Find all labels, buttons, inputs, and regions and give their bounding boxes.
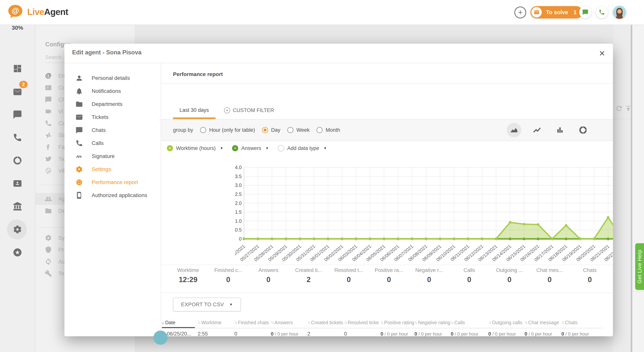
brand-live: Live: [27, 7, 44, 17]
sort-icon: [344, 320, 346, 325]
bar-icon: [556, 126, 564, 134]
column-header-answers[interactable]: Answers: [271, 320, 308, 325]
performance-chart-container: 0.51.01.52.02.53.03.54.0005/26/202105/27…: [235, 163, 613, 266]
column-header-chat-message[interactable]: Chat message: [524, 320, 561, 325]
chart-type-bar-button[interactable]: [553, 123, 567, 137]
column-header-outgoing-calls[interactable]: Outgoing calls: [488, 320, 524, 325]
column-header-chats[interactable]: Chats: [561, 320, 602, 325]
svg-text:3.0: 3.0: [235, 182, 242, 188]
liveagent-logo[interactable]: LiveAgent: [7, 3, 68, 20]
group-by-option-month[interactable]: Month: [316, 127, 340, 133]
close-icon[interactable]: ✕: [598, 48, 606, 59]
chart-type-area-button[interactable]: [507, 123, 521, 137]
svg-text:0.5: 0.5: [235, 227, 242, 232]
modal-nav-signature[interactable]: Signature: [64, 150, 161, 163]
column-header-worktime[interactable]: Worktime: [198, 320, 234, 325]
stat-created-ti-: Created ti...2: [288, 267, 328, 284]
sort-icon: [451, 320, 453, 325]
divider: [161, 83, 613, 84]
rail-item-chat[interactable]: [0, 110, 35, 119]
remove-chip-icon[interactable]: [232, 145, 238, 151]
data-chip-worktime-hours-[interactable]: Worktime (hours): [167, 145, 223, 151]
modal-nav-departments[interactable]: Departments: [64, 98, 161, 111]
rail-item-bank[interactable]: [0, 202, 35, 211]
page-scrollbar[interactable]: [631, 24, 632, 352]
sort-icon: [162, 320, 164, 325]
svg-text:1.5: 1.5: [235, 209, 242, 215]
modal-nav-authorized-applications[interactable]: Authorized applications: [64, 189, 161, 202]
divider: [613, 119, 631, 119]
remove-chip-icon[interactable]: [167, 145, 173, 151]
modal-nav-notifications[interactable]: Notifications: [64, 85, 161, 98]
sort-icon: [198, 320, 200, 325]
add-data-type-chip[interactable]: Add data type: [278, 145, 327, 152]
user-avatar[interactable]: [613, 6, 626, 19]
table-row[interactable]: 06/25/20...2:5500 / 0 per hour200 / 0 pe…: [162, 328, 602, 336]
rail-item-star[interactable]: [0, 248, 35, 257]
sort-icon: [524, 320, 527, 325]
rail-item-phone[interactable]: [0, 133, 35, 142]
viber-icon: [45, 167, 52, 174]
modal-nav-performance-report[interactable]: Performance report: [64, 176, 161, 189]
column-header-finished-chats[interactable]: Finished chats: [234, 320, 271, 325]
svg-text:1.0: 1.0: [235, 218, 242, 224]
to-solve-count: 1: [574, 9, 577, 15]
chevron-down-icon: [323, 146, 327, 150]
chevron-down-icon: [220, 146, 224, 150]
column-header-positive-rating[interactable]: Positive rating: [380, 320, 414, 325]
column-header-negative-rating[interactable]: Negative rating: [414, 320, 451, 325]
background-far-right: [632, 24, 644, 352]
gear-icon: [45, 234, 52, 241]
add-button[interactable]: +: [514, 6, 526, 18]
group-by-option-day[interactable]: Day: [262, 127, 280, 133]
column-header-resolved-ticke[interactable]: Resolved ticke: [344, 320, 380, 325]
slack-icon: [45, 132, 52, 139]
rail-item-mail[interactable]: [0, 87, 35, 97]
tab-custom-filter[interactable]: + CUSTOM FILTER: [224, 107, 274, 113]
column-header-created-tickets[interactable]: Created tickets: [308, 320, 344, 325]
rail-item-contact-card[interactable]: [0, 179, 35, 188]
chart-type-donut-button[interactable]: [576, 123, 590, 137]
to-solve-button[interactable]: To solve 1: [530, 6, 582, 18]
column-header-date[interactable]: Date: [162, 320, 198, 325]
rail-item-dashboard[interactable]: [0, 64, 35, 73]
tab-last-30-days[interactable]: Last 30 days: [180, 107, 209, 113]
left-rail: 30% 2: [0, 24, 35, 352]
modal-nav-settings[interactable]: Settings: [64, 163, 161, 176]
mail-icon: [534, 9, 540, 15]
report-table: DateWorktimeFinished chatsAnswersCreated…: [162, 317, 602, 336]
chats-button[interactable]: [579, 6, 592, 18]
custom-filter-label: CUSTOM FILTER: [233, 107, 274, 113]
sorted-column-underline: [162, 327, 195, 328]
rail-item-donut[interactable]: [0, 156, 35, 165]
chevron-down-icon: [229, 303, 233, 307]
sort-icon: [271, 320, 273, 325]
chart-type-line-button[interactable]: [530, 123, 544, 137]
export-to-csv-button[interactable]: EXPORT TO CSV: [173, 298, 241, 311]
empty-circle-icon: [278, 145, 284, 152]
radio-icon: [287, 127, 294, 133]
pie-icon: [579, 126, 587, 134]
chat-widget-avatar[interactable]: [154, 331, 168, 345]
chip-icon: [76, 179, 83, 186]
group-by-option-week[interactable]: Week: [287, 127, 310, 133]
search-input[interactable]: Search ...: [45, 54, 68, 60]
divider: [161, 293, 613, 293]
card-icon: [45, 84, 52, 91]
modal-nav-chats[interactable]: Chats: [64, 124, 161, 137]
stat-negative-r-: Negative r...0: [409, 267, 449, 284]
group-by-option-hour[interactable]: Hour (only for table): [200, 127, 255, 133]
modal-nav-personal-details[interactable]: Personal details: [64, 72, 161, 85]
sort-icon: [414, 320, 417, 325]
data-chip-answers[interactable]: Answers: [232, 145, 269, 151]
column-header-calls[interactable]: Calls: [451, 320, 488, 325]
mail-icon: [76, 114, 83, 121]
get-live-help-tab[interactable]: Get Live Help: [635, 243, 644, 290]
rail-item-gear[interactable]: [0, 225, 35, 234]
refresh-icon[interactable]: [615, 105, 623, 112]
calls-button[interactable]: [596, 6, 608, 18]
gear-icon: [13, 225, 22, 234]
modal-nav-tickets[interactable]: Tickets: [64, 111, 161, 124]
radio-icon: [316, 127, 322, 133]
modal-nav-calls[interactable]: Calls: [64, 137, 161, 150]
